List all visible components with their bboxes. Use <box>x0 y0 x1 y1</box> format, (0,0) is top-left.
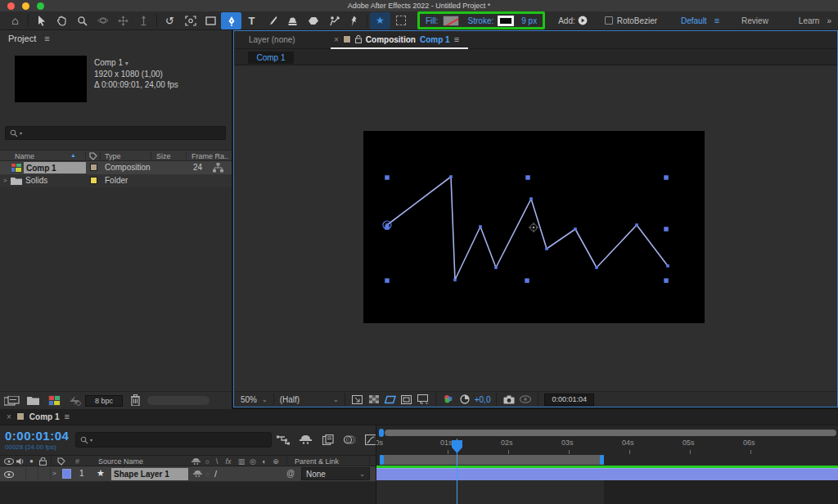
preview-time-display[interactable]: 0:00:01:04 <box>544 394 594 406</box>
work-area-bar[interactable] <box>380 455 604 465</box>
lock-icon[interactable] <box>39 457 47 466</box>
sort-ascending-icon[interactable]: ▲ <box>70 152 76 158</box>
fill-color-swatch[interactable] <box>443 16 459 26</box>
roto-brush-tool-icon[interactable] <box>323 12 344 29</box>
column-type[interactable]: Type <box>105 152 121 160</box>
delete-trash-icon[interactable] <box>131 394 140 406</box>
thumbnail-scrubber[interactable] <box>147 396 210 405</box>
video-eye-icon[interactable] <box>4 458 14 465</box>
bit-depth-button[interactable]: 8 bpc <box>95 397 113 405</box>
workspace-review[interactable]: Review <box>741 16 768 25</box>
timeline-tab-name[interactable]: Comp 1 <box>29 412 60 421</box>
interpret-footage-icon[interactable] <box>4 396 20 406</box>
puppet-pin-tool-icon[interactable] <box>344 12 364 29</box>
navigator-start-handle[interactable] <box>379 429 384 437</box>
workspace-overflow-icon[interactable]: » <box>827 16 831 25</box>
table-row[interactable]: Comp 1 Composition 24 <box>0 161 232 174</box>
fit-view-icon[interactable] <box>351 394 364 405</box>
workspace-menu-icon[interactable]: ≡ <box>714 16 719 25</box>
transparency-grid-icon[interactable] <box>367 394 381 405</box>
frame-blending-icon[interactable] <box>322 434 334 445</box>
snapshot-camera-icon[interactable] <box>502 394 516 405</box>
clone-stamp-tool-icon[interactable] <box>282 12 303 29</box>
3d-layer-icon[interactable]: ⊕ <box>270 457 282 466</box>
new-folder-icon[interactable] <box>27 395 39 405</box>
tab-layer-viewer[interactable]: Layer (none) <box>249 35 295 44</box>
search-options-caret-icon[interactable]: ▾ <box>90 437 92 443</box>
layer-row[interactable]: > 1 ★ Shape Layer 1 ☼ / @ None ⌄ <box>0 466 376 482</box>
column-size[interactable]: Size <box>156 152 171 160</box>
new-composition-icon[interactable] <box>48 395 61 406</box>
column-parent-link[interactable]: Parent & Link <box>295 457 339 466</box>
time-navigator-bar[interactable] <box>385 430 836 436</box>
column-name[interactable]: Name <box>15 152 34 160</box>
add-shape-operator-icon[interactable] <box>575 12 590 29</box>
workspace-learn[interactable]: Learn <box>799 16 820 25</box>
region-of-interest-icon[interactable] <box>400 394 413 405</box>
brush-tool-icon[interactable] <box>262 12 282 29</box>
show-snapshot-icon[interactable] <box>519 394 532 405</box>
selection-tool-icon[interactable] <box>31 12 52 29</box>
parent-pick-whip-icon[interactable]: @ <box>286 469 295 478</box>
mask-visibility-icon[interactable] <box>384 394 397 405</box>
item-name-selected[interactable]: Comp 1 <box>24 162 86 173</box>
rotation-tool-icon[interactable]: ↺ <box>160 12 180 29</box>
project-settings-icon[interactable] <box>69 395 81 406</box>
project-search-input[interactable]: ▾ <box>5 126 226 140</box>
item-name[interactable]: Solids <box>25 176 47 185</box>
unlocked-icon[interactable] <box>355 35 362 43</box>
table-row[interactable]: > Solids Folder <box>0 174 232 187</box>
search-options-caret-icon[interactable]: ▾ <box>20 130 22 136</box>
home-tool-icon[interactable]: ⌂ <box>5 12 25 29</box>
pane-divider[interactable] <box>376 425 376 504</box>
exposure-value[interactable]: +0,0 <box>475 395 491 404</box>
magnification-dropdown[interactable]: 50%⌄ <box>241 395 268 404</box>
expand-folder-icon[interactable]: > <box>3 177 7 184</box>
view-options-icon[interactable] <box>417 394 430 405</box>
type-tool-icon[interactable]: T <box>241 12 262 29</box>
stroke-color-swatch[interactable] <box>498 16 514 26</box>
exposure-icon[interactable] <box>458 394 471 405</box>
label-color-swatch[interactable] <box>90 164 97 171</box>
column-source-name[interactable]: Source Name <box>98 457 143 466</box>
label-column-tag-icon[interactable] <box>89 152 97 160</box>
zoom-tool-icon[interactable] <box>72 12 92 29</box>
composition-viewer[interactable] <box>234 65 837 391</box>
layer-collapse-icon[interactable]: ☼ <box>201 470 213 478</box>
viewer-menu-icon[interactable]: ≡ <box>454 34 459 44</box>
label-color-swatch[interactable] <box>90 177 97 184</box>
channel-select-icon[interactable] <box>442 394 455 405</box>
rotobezier-checkbox[interactable] <box>605 16 613 25</box>
composition-canvas[interactable] <box>363 131 705 323</box>
pen-tool-icon[interactable] <box>221 12 241 29</box>
expand-layer-icon[interactable]: > <box>52 470 56 477</box>
motion-blur-switch-icon[interactable]: ◎ <box>247 457 259 466</box>
column-number[interactable]: # <box>75 457 79 466</box>
camera-tool-icon[interactable] <box>180 12 200 29</box>
stroke-width-value[interactable]: 9 px <box>521 16 537 25</box>
layer-duration-bar[interactable] <box>376 468 838 480</box>
resolution-dropdown[interactable]: (Half)⌄ <box>280 395 339 404</box>
project-panel-menu-icon[interactable]: ≡ <box>44 34 49 43</box>
layer-label-swatch[interactable] <box>62 469 71 479</box>
motion-blur-icon[interactable] <box>344 434 356 445</box>
frame-blend-switch-icon[interactable]: ▥ <box>236 457 247 466</box>
work-area-end-handle[interactable] <box>600 455 604 465</box>
hide-shy-layers-icon[interactable] <box>300 434 312 445</box>
quality-switch-icon[interactable]: / <box>211 457 223 466</box>
layer-name-selected[interactable]: Shape Layer 1 <box>111 468 188 480</box>
layer-visibility-eye-icon[interactable] <box>4 471 14 478</box>
current-timecode[interactable]: 0:00:01:04 <box>5 429 69 443</box>
rotobezier-label[interactable]: RotoBezier <box>617 16 657 25</box>
solo-icon[interactable]: ● <box>29 457 34 465</box>
shape-layer-path[interactable] <box>363 131 705 323</box>
parent-dropdown[interactable]: None ⌄ <box>301 467 370 480</box>
timeline-track-area[interactable]: 0:00s 01s 02s 03s 04s 05s 06s <box>376 425 838 504</box>
column-frame-rate[interactable]: Frame Ra.. <box>191 152 228 160</box>
tool-creates-shape-icon[interactable]: ★ <box>370 12 390 29</box>
adjustment-layer-icon[interactable]: ◐ <box>259 457 270 466</box>
work-area-start-handle[interactable] <box>380 455 384 465</box>
timeline-menu-icon[interactable]: ≡ <box>65 412 70 421</box>
audio-speaker-icon[interactable] <box>16 457 25 466</box>
hand-tool-icon[interactable] <box>52 12 72 29</box>
